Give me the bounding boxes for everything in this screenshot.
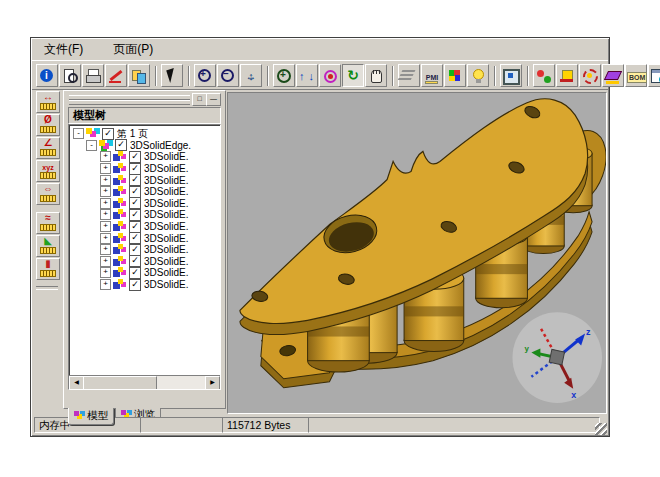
checkbox-checked[interactable]: ✓ — [129, 174, 141, 186]
tree-part-row[interactable]: + ✓ 3DSolidE. — [100, 174, 220, 186]
tree-horizontal-scrollbar[interactable]: ◀ ▶ — [69, 375, 220, 389]
menu-item[interactable]: 页面(P) — [109, 40, 157, 59]
measure-angle-button[interactable] — [36, 137, 60, 159]
bom-table-button[interactable] — [648, 64, 660, 87]
tree-part-row[interactable]: + ✓ 3DSolidE. — [100, 198, 220, 210]
expand-toggle[interactable]: + — [100, 209, 111, 220]
drag-gripper[interactable] — [69, 100, 190, 105]
lighting-button[interactable] — [467, 64, 489, 87]
hand-pan-button[interactable] — [365, 64, 387, 87]
tree-part-row[interactable]: + ✓ 3DSolidE. — [100, 151, 220, 163]
resize-grip[interactable] — [595, 423, 607, 435]
toolbar-separator — [525, 66, 531, 86]
status-bytes: 115712 Bytes — [222, 417, 310, 433]
zoom-dynamic-button[interactable] — [296, 64, 318, 87]
model-tab-icon — [74, 411, 85, 421]
measure-coordinate-button[interactable] — [36, 160, 60, 182]
expand-toggle[interactable]: + — [100, 233, 111, 244]
info-button[interactable] — [36, 64, 58, 87]
orbit-button[interactable] — [319, 64, 341, 87]
measure-area-button[interactable] — [36, 235, 60, 257]
measure-area-icon — [39, 239, 57, 254]
checkbox-checked[interactable]: ✓ — [129, 232, 141, 244]
checkbox-checked[interactable]: ✓ — [115, 139, 127, 151]
pan-view-button[interactable] — [240, 64, 262, 87]
erase-markup-button[interactable] — [602, 64, 624, 87]
checkbox-checked[interactable]: ✓ — [129, 163, 141, 175]
rotate-button[interactable] — [342, 64, 364, 87]
zoom-in-button[interactable] — [194, 64, 216, 87]
tree-part-row[interactable]: + ✓ 3DSolidE. — [100, 256, 220, 268]
view-cube-button[interactable] — [444, 64, 466, 87]
checkbox-checked[interactable]: ✓ — [129, 279, 141, 291]
materials-button[interactable] — [533, 64, 555, 87]
expand-toggle[interactable]: + — [100, 221, 111, 232]
panel-maximize-button[interactable]: □ — [192, 93, 207, 106]
tree-part-row[interactable]: + ✓ 3DSolidE. — [100, 279, 220, 291]
print-preview-button[interactable] — [59, 64, 81, 87]
expand-toggle[interactable]: + — [100, 279, 111, 290]
expand-toggle[interactable]: + — [100, 198, 111, 209]
checkbox-checked[interactable]: ✓ — [129, 244, 141, 256]
part-cubes-icon — [113, 151, 127, 162]
scroll-left-button[interactable]: ◀ — [69, 376, 84, 390]
collapse-toggle[interactable]: - — [73, 128, 84, 139]
expand-toggle[interactable]: + — [100, 256, 111, 267]
measure-volume-icon — [39, 262, 57, 277]
measure-curve-length-button[interactable] — [36, 212, 60, 234]
measure-radius-button[interactable] — [36, 114, 60, 136]
expand-toggle[interactable]: + — [100, 163, 111, 174]
tree-part-label: 3DSolidE. — [144, 244, 188, 255]
bom-button[interactable]: BOM — [625, 64, 647, 87]
scroll-right-button[interactable]: ▶ — [205, 376, 220, 390]
panel-minimize-button[interactable]: — — [206, 93, 221, 106]
expand-toggle[interactable]: + — [100, 175, 111, 186]
tab-model[interactable]: 模型 — [68, 408, 114, 425]
layers-button[interactable] — [398, 64, 420, 87]
tree-part-row[interactable]: + ✓ 3DSolidE. — [100, 163, 220, 175]
checkbox-checked[interactable]: ✓ — [129, 221, 141, 233]
tree-part-row[interactable]: + ✓ 3DSolidE. — [100, 244, 220, 256]
zoom-out-button[interactable] — [217, 64, 239, 87]
checkbox-checked[interactable]: ✓ — [129, 151, 141, 163]
pmi-icon: PMI — [423, 68, 441, 84]
viewport-3d[interactable]: z x y — [227, 92, 607, 414]
measure-distance-button[interactable] — [36, 91, 60, 113]
checkbox-checked[interactable]: ✓ — [129, 209, 141, 221]
select-cursor-button[interactable] — [161, 64, 183, 87]
print-button[interactable] — [82, 64, 104, 87]
markup-pen-button[interactable] — [105, 64, 127, 87]
checkbox-checked[interactable]: ✓ — [129, 197, 141, 209]
snapshot-button[interactable] — [500, 64, 522, 87]
tree-part-row[interactable]: + ✓ 3DSolidE. — [100, 232, 220, 244]
checkbox-checked[interactable]: ✓ — [129, 186, 141, 198]
scrollbar-thumb[interactable] — [83, 376, 157, 390]
tree-part-row[interactable]: + ✓ 3DSolidE. — [100, 209, 220, 221]
pmi-button[interactable]: PMI — [421, 64, 443, 87]
checkbox-checked[interactable]: ✓ — [129, 255, 141, 267]
part-cubes-icon — [113, 233, 127, 244]
explode-button[interactable] — [579, 64, 601, 87]
zoom-window-button[interactable] — [273, 64, 295, 87]
measure-volume-button[interactable] — [36, 258, 60, 280]
expand-toggle[interactable]: + — [100, 186, 111, 197]
zoom-in-icon — [196, 68, 214, 84]
tree-part-row[interactable]: + ✓ 3DSolidE. — [100, 221, 220, 233]
export-pages-button[interactable] — [128, 64, 150, 87]
measure-min-distance-button[interactable] — [36, 183, 60, 205]
move-part-button[interactable] — [556, 64, 578, 87]
model-3d-canvas[interactable]: z x y — [228, 93, 606, 413]
expand-toggle[interactable]: + — [100, 151, 111, 162]
checkbox-checked[interactable]: ✓ — [102, 128, 114, 140]
tree-part-row[interactable]: + ✓ 3DSolidE. — [100, 267, 220, 279]
expand-toggle[interactable]: + — [100, 244, 111, 255]
checkbox-checked[interactable]: ✓ — [129, 267, 141, 279]
menu-item[interactable]: 文件(F) — [40, 40, 87, 59]
tree-part-row[interactable]: + ✓ 3DSolidE. — [100, 186, 220, 198]
tree-assembly-row[interactable]: - ✓ 3DSolidEdge. — [86, 140, 220, 152]
orientation-gizmo[interactable]: z x y — [512, 312, 602, 403]
expand-toggle[interactable]: + — [100, 267, 111, 278]
collapse-toggle[interactable]: - — [86, 140, 97, 151]
gizmo-origin-cube — [549, 349, 564, 365]
tree-root-row[interactable]: - ✓ 第 1 页 — [73, 128, 220, 140]
